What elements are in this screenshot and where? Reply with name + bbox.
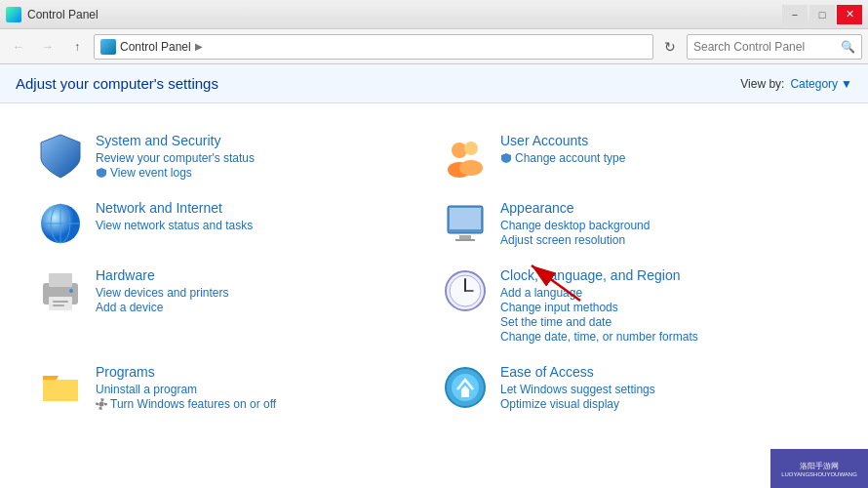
cat-content-appearance: Appearance Change desktop backgroundAdju…: [500, 200, 650, 248]
cat-link[interactable]: Let Windows suggest settings: [500, 383, 655, 396]
category-item-programs: Programs Uninstall a programTurn Windows…: [29, 354, 434, 422]
svg-rect-16: [53, 305, 64, 306]
watermark: 洛阳手游网 LUOYANGSHOUYOUWANG: [770, 449, 868, 488]
cat-title-user-accounts[interactable]: User Accounts: [500, 133, 625, 148]
svg-point-1: [464, 142, 478, 155]
maximize-button[interactable]: □: [809, 5, 835, 24]
window-controls: − □ ✕: [782, 5, 862, 24]
svg-point-17: [69, 289, 73, 293]
cat-icon-network-internet: [37, 200, 84, 247]
forward-button[interactable]: →: [35, 34, 60, 60]
cat-title-network-internet[interactable]: Network and Internet: [96, 200, 253, 216]
cat-icon-system-security: [37, 133, 84, 180]
cat-content-hardware: Hardware View devices and printersAdd a …: [96, 267, 229, 315]
cat-content-network-internet: Network and Internet View network status…: [96, 200, 253, 233]
cat-title-ease-of-access[interactable]: Ease of Access: [500, 364, 655, 380]
cat-title-system-security[interactable]: System and Security: [96, 133, 255, 148]
path-chevron: ▶: [195, 41, 203, 52]
search-input[interactable]: [693, 40, 841, 54]
category-item-hardware: Hardware View devices and printersAdd a …: [29, 258, 434, 354]
cat-link[interactable]: View event logs: [96, 166, 255, 180]
cat-title-hardware[interactable]: Hardware: [96, 267, 229, 283]
cat-icon-programs: [37, 364, 84, 411]
cat-link[interactable]: Turn Windows features on or off: [96, 397, 276, 411]
svg-rect-9: [450, 208, 481, 229]
cat-link[interactable]: Uninstall a program: [96, 383, 276, 396]
svg-point-22: [99, 402, 104, 407]
page-heading: Adjust your computer's settings: [16, 75, 218, 92]
category-item-appearance: Appearance Change desktop backgroundAdju…: [434, 190, 839, 258]
watermark-line1: 洛阳手游网: [800, 461, 839, 471]
svg-rect-10: [459, 235, 471, 239]
cat-link[interactable]: Change date, time, or number formats: [500, 330, 698, 344]
search-box[interactable]: 🔍: [687, 34, 862, 60]
viewby-dropdown[interactable]: Category ▼: [790, 77, 852, 91]
cat-link[interactable]: Change input methods: [500, 301, 698, 314]
cat-icon-user-accounts: [442, 133, 489, 180]
cat-icon-appearance: [442, 200, 489, 247]
title-bar: Control Panel − □ ✕: [0, 0, 868, 29]
cat-icon-clock-language-region: [442, 267, 489, 314]
svg-rect-13: [49, 273, 72, 287]
path-icon: [100, 39, 116, 55]
cat-link[interactable]: Change desktop background: [500, 219, 650, 232]
svg-rect-14: [49, 297, 72, 310]
viewby-section: View by: Category ▼: [740, 77, 852, 91]
title-bar-left: Control Panel: [6, 7, 99, 22]
close-button[interactable]: ✕: [837, 5, 862, 24]
category-item-user-accounts: User Accounts Change account type: [434, 123, 839, 190]
cat-content-system-security: System and Security Review your computer…: [96, 133, 255, 181]
cat-link[interactable]: Add a language: [500, 286, 698, 300]
svg-rect-15: [53, 301, 68, 303]
cat-link[interactable]: Review your computer's status: [96, 151, 255, 165]
category-item-ease-of-access: Ease of Access Let Windows suggest setti…: [434, 354, 839, 422]
search-icon: 🔍: [841, 40, 855, 54]
back-button[interactable]: ←: [6, 34, 31, 60]
refresh-button[interactable]: ↻: [657, 34, 683, 60]
cat-link[interactable]: Optimize visual display: [500, 397, 655, 411]
path-text: Control Panel: [120, 40, 191, 54]
address-path[interactable]: Control Panel ▶: [94, 34, 653, 60]
cat-title-appearance[interactable]: Appearance: [500, 200, 650, 216]
cat-title-clock-language-region[interactable]: Clock, Language, and Region: [500, 267, 698, 283]
viewby-label: View by:: [740, 77, 784, 91]
cat-link[interactable]: View devices and printers: [96, 286, 229, 300]
category-item-clock-language-region: Clock, Language, and Region Add a langua…: [434, 258, 839, 354]
category-item-system-security: System and Security Review your computer…: [29, 123, 434, 190]
app-window: Control Panel − □ ✕ ← → ↑ Control Panel …: [0, 0, 868, 488]
svg-rect-11: [455, 239, 475, 241]
cat-icon-hardware: [37, 267, 84, 314]
window-title: Control Panel: [27, 8, 99, 21]
cat-link[interactable]: Set the time and date: [500, 315, 698, 329]
watermark-line2: LUOYANGSHOUYOUWANG: [781, 471, 857, 477]
category-item-network-internet: Network and Internet View network status…: [29, 190, 434, 258]
breadcrumb-bar: Adjust your computer's settings View by:…: [0, 64, 868, 103]
cat-icon-ease-of-access: [442, 364, 489, 411]
cat-content-ease-of-access: Ease of Access Let Windows suggest setti…: [500, 364, 655, 412]
address-bar: ← → ↑ Control Panel ▶ ↻ 🔍: [0, 29, 868, 64]
cat-link[interactable]: Adjust screen resolution: [500, 233, 650, 247]
cat-content-user-accounts: User Accounts Change account type: [500, 133, 625, 166]
svg-point-3: [459, 160, 483, 176]
cat-content-programs: Programs Uninstall a programTurn Windows…: [96, 364, 276, 412]
cat-content-clock-language-region: Clock, Language, and Region Add a langua…: [500, 267, 698, 345]
viewby-mode: Category: [790, 77, 838, 91]
cat-title-programs[interactable]: Programs: [96, 364, 276, 380]
cat-link[interactable]: Add a device: [96, 301, 229, 314]
viewby-arrow: ▼: [841, 77, 852, 91]
app-icon: [6, 7, 21, 22]
minimize-button[interactable]: −: [782, 5, 808, 24]
up-button[interactable]: ↑: [64, 34, 90, 60]
cat-link[interactable]: View network status and tasks: [96, 219, 253, 232]
cat-link[interactable]: Change account type: [500, 151, 625, 165]
content-area: System and Security Review your computer…: [0, 103, 868, 488]
